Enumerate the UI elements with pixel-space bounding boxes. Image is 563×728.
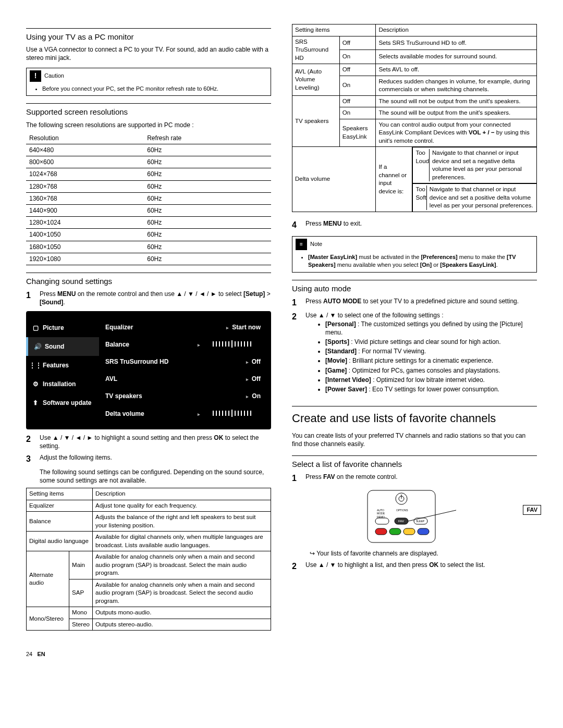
sound-step-1: Press MENU on the remote control and the… bbox=[40, 290, 271, 306]
fav-result: Your lists of favorite channels are disp… bbox=[310, 549, 537, 558]
heading-auto-mode: Using auto mode bbox=[292, 280, 537, 294]
osd-icon: ▢ bbox=[31, 324, 40, 332]
table-cell: 60Hz bbox=[144, 180, 271, 192]
list-item: [Power Saver] : Eco TV settings for lowe… bbox=[325, 385, 537, 393]
note-body: [Master EasyLink] must be activated in t… bbox=[308, 253, 532, 269]
sound-step-3: Adjust the following items. bbox=[40, 453, 271, 465]
table-cell: 800×600 bbox=[26, 156, 144, 168]
list-item: [Movie] : Brilliant picture settings for… bbox=[325, 356, 537, 365]
list-item: [Personal] : The customized settings you… bbox=[325, 320, 537, 337]
slider-icon bbox=[203, 341, 261, 347]
text-fav-intro: You can create lists of your preferred T… bbox=[292, 431, 537, 448]
table-cell: 60Hz bbox=[144, 217, 271, 229]
fav-callout-label: FAV bbox=[523, 505, 541, 515]
caution-body: Before you connect your PC, set the PC m… bbox=[42, 85, 266, 93]
table-cell: 60Hz bbox=[144, 241, 271, 253]
sound-step-2: Use ▲ / ▼ / ◄ / ► to highlight a sound s… bbox=[40, 434, 271, 450]
svg-text:SLEEP: SLEEP bbox=[416, 520, 425, 523]
table-cell: 640×480 bbox=[26, 144, 144, 156]
table-cell: 60Hz bbox=[144, 168, 271, 180]
osd-icon: ⚙ bbox=[31, 380, 40, 388]
osd-nav-item: ⬆Software update bbox=[26, 393, 99, 412]
svg-line-17 bbox=[408, 510, 456, 521]
osd-icon: ⬆ bbox=[31, 399, 40, 407]
osd-setting-row: SRS TruSurround HD▸Off bbox=[104, 353, 262, 370]
osd-nav-item: ⚙Installation bbox=[26, 375, 99, 393]
osd-nav-item: ▢Picture bbox=[26, 318, 99, 337]
list-item: [Internet Video] : Optimized for low bit… bbox=[325, 376, 537, 384]
heading-resolutions: Supported screen resolutions bbox=[26, 103, 271, 117]
fav-step-1: Press FAV on the remote control. bbox=[305, 473, 537, 484]
svg-rect-8 bbox=[375, 518, 389, 524]
heading-favorite-channels: Create and use lists of favorite channel… bbox=[292, 406, 537, 426]
table-cell: 1360×768 bbox=[26, 192, 144, 204]
note-title: Note bbox=[310, 240, 322, 248]
sound-settings-table-1: Setting items Description Equalizer Adju… bbox=[26, 488, 271, 631]
svg-rect-16 bbox=[418, 528, 429, 535]
table-cell: 1920×1080 bbox=[26, 253, 144, 265]
svg-text:MODE: MODE bbox=[377, 512, 385, 515]
table-cell: 1680×1050 bbox=[26, 241, 144, 253]
table-cell: 1024×768 bbox=[26, 168, 144, 180]
page-footer: 24 EN bbox=[26, 650, 537, 658]
remote-diagram: AUTO MODE DEMO OPTIONS FAV SLEEP FAV bbox=[292, 489, 537, 544]
text-pc-monitor: Use a VGA connector to connect a PC to y… bbox=[26, 45, 271, 62]
svg-text:FAV: FAV bbox=[398, 520, 404, 523]
list-item: [Sports] : Vivid picture settings and cl… bbox=[325, 338, 537, 346]
note-icon: ≡ bbox=[296, 239, 307, 250]
step-4: Press MENU to exit. bbox=[305, 219, 537, 231]
table-cell: 60Hz bbox=[144, 205, 271, 217]
osd-nav-item: ⋮⋮Features bbox=[26, 356, 99, 375]
list-item: [Game] : Optimized for PCs, games consol… bbox=[325, 366, 537, 375]
osd-setting-row: TV speakers▸On bbox=[104, 387, 262, 404]
table-cell: 1440×900 bbox=[26, 205, 144, 217]
list-item: [Standard] : For normal TV viewing. bbox=[325, 347, 537, 355]
heading-pc-monitor: Using your TV as a PC monitor bbox=[26, 28, 271, 42]
auto-step-1: Press AUTO MODE to set your TV to a pred… bbox=[305, 297, 537, 309]
osd-icon: ⋮⋮ bbox=[31, 361, 40, 369]
svg-rect-15 bbox=[403, 528, 415, 535]
text-resolutions: The following screen resolutions are sup… bbox=[26, 121, 271, 129]
table-cell: 60Hz bbox=[144, 253, 271, 265]
table-cell: 60Hz bbox=[144, 192, 271, 204]
osd-setting-row: Delta volume▸ bbox=[104, 405, 262, 422]
col-refresh: Refresh rate bbox=[144, 132, 271, 144]
table-cell: 60Hz bbox=[144, 229, 271, 241]
resolution-table: Resolution Refresh rate 640×48060Hz800×6… bbox=[26, 132, 271, 265]
table-cell: 60Hz bbox=[144, 144, 271, 156]
table-cell: 1280×768 bbox=[26, 180, 144, 192]
svg-text:OPTIONS: OPTIONS bbox=[396, 509, 408, 512]
osd-setting-row: Equalizer▸Start now bbox=[104, 318, 262, 336]
heading-sound: Changing sound settings bbox=[26, 273, 271, 287]
caution-icon: ! bbox=[30, 70, 41, 82]
osd-icon: 🔊 bbox=[33, 342, 42, 351]
slider-icon bbox=[203, 411, 261, 416]
text-sound-cfg: The following sound settings can be conf… bbox=[40, 468, 271, 485]
osd-setting-row: Balance▸ bbox=[104, 336, 262, 353]
col-resolution: Resolution bbox=[26, 132, 144, 144]
caution-title: Caution bbox=[44, 72, 64, 80]
svg-rect-14 bbox=[389, 528, 401, 535]
caution-box: ! Caution Before you connect your PC, se… bbox=[26, 68, 271, 96]
sound-settings-table-2: Setting items Description SRS TruSurroun… bbox=[292, 24, 537, 212]
osd-nav-item: 🔊Sound bbox=[26, 337, 99, 356]
table-cell: 60Hz bbox=[144, 156, 271, 168]
table-cell: 1400×1050 bbox=[26, 229, 144, 241]
heading-select-fav: Select a list of favorite channels bbox=[292, 455, 537, 470]
auto-step-2: Use ▲ / ▼ to select one of the following… bbox=[305, 311, 537, 394]
svg-rect-13 bbox=[375, 528, 387, 535]
fav-step-2: Use ▲ / ▼ to highlight a list, and then … bbox=[305, 561, 537, 572]
table-cell: 1280×1024 bbox=[26, 217, 144, 229]
osd-setting-row: AVL▸Off bbox=[104, 370, 262, 387]
note-box: ≡ Note [Master EasyLink] must be activat… bbox=[292, 236, 537, 273]
osd-menu: ▢Picture🔊Sound⋮⋮Features⚙Installation⬆So… bbox=[26, 311, 271, 429]
